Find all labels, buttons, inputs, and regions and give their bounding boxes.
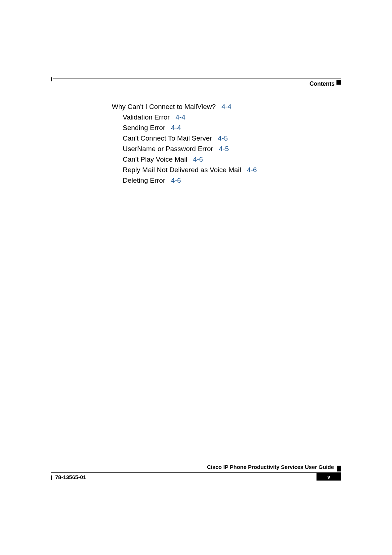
toc-sub-entry: Can't Play Voice Mail 4-6 — [123, 155, 257, 163]
document-page: Contents Why Can't I Connect to MailView… — [0, 0, 392, 555]
toc-sub-entry: Can't Connect To Mail Server 4-5 — [123, 134, 257, 142]
footer-title: Cisco IP Phone Productivity Services Use… — [207, 464, 334, 470]
toc-sub-text: Validation Error — [123, 113, 170, 121]
toc-sub-ref[interactable]: 4-6 — [193, 155, 203, 163]
footer-left-marker-icon — [51, 475, 52, 480]
toc-sub-text: Sending Error — [123, 124, 165, 131]
table-of-contents: Why Can't I Connect to MailView? 4-4 Val… — [112, 103, 257, 187]
toc-sub-text: Reply Mail Not Delivered as Voice Mail — [123, 166, 241, 174]
header-rule — [53, 78, 341, 78]
toc-sub-text: Deleting Error — [123, 177, 165, 184]
toc-main-text: Why Can't I Connect to MailView? — [112, 103, 216, 110]
toc-sub-ref[interactable]: 4-6 — [171, 177, 181, 184]
toc-sub-text: Can't Play Voice Mail — [123, 155, 187, 163]
toc-sub-entry: Deleting Error 4-6 — [123, 177, 257, 185]
toc-sub-entry: Validation Error 4-4 — [123, 113, 257, 121]
footer-page-number: v — [317, 473, 341, 481]
header-marker-icon — [336, 80, 341, 85]
toc-sub-text: UserName or Password Error — [123, 145, 213, 153]
footer-rule — [51, 472, 341, 473]
toc-sub-ref[interactable]: 4-4 — [171, 124, 181, 131]
toc-main-entry: Why Can't I Connect to MailView? 4-4 — [112, 103, 257, 111]
toc-sub-text: Can't Connect To Mail Server — [123, 134, 212, 142]
toc-sub-entry: Sending Error 4-4 — [123, 124, 257, 132]
toc-main-ref[interactable]: 4-4 — [221, 103, 231, 110]
toc-sub-ref[interactable]: 4-5 — [218, 134, 228, 142]
toc-sub-ref[interactable]: 4-5 — [219, 145, 229, 153]
toc-sub-entry: Reply Mail Not Delivered as Voice Mail 4… — [123, 166, 257, 174]
header-label: Contents — [310, 81, 335, 87]
toc-sub-entry: UserName or Password Error 4-5 — [123, 145, 257, 153]
footer-document-number: 78-13565-01 — [55, 474, 86, 480]
top-left-marker — [51, 77, 52, 81]
toc-sub-ref[interactable]: 4-4 — [175, 113, 185, 121]
footer-right-marker-icon — [337, 467, 341, 471]
toc-sub-ref[interactable]: 4-6 — [247, 166, 257, 174]
